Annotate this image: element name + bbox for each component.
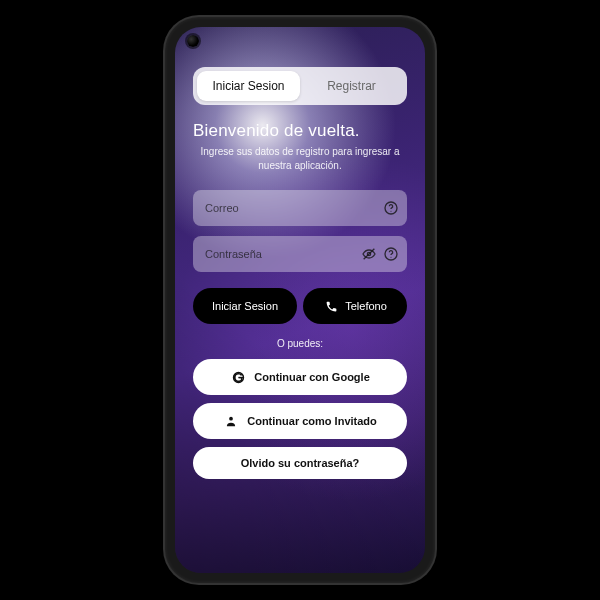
- tab-login[interactable]: Iniciar Sesion: [197, 71, 300, 101]
- phone-icon: [323, 298, 339, 314]
- forgot-button-label: Olvido su contraseña?: [241, 457, 360, 469]
- help-icon[interactable]: [383, 246, 399, 262]
- google-icon: G: [230, 369, 246, 385]
- welcome-subheading: Ingrese sus datos de registro para ingre…: [193, 145, 407, 172]
- email-trailing: [383, 200, 399, 216]
- login-button-label: Iniciar Sesion: [212, 300, 278, 312]
- front-camera: [187, 35, 199, 47]
- google-login-button[interactable]: G Continuar con Google: [193, 359, 407, 395]
- eye-off-icon[interactable]: [361, 246, 377, 262]
- svg-point-7: [229, 417, 233, 421]
- email-field-wrapper: [193, 190, 407, 226]
- auth-tabs: Iniciar Sesion Registrar: [193, 67, 407, 105]
- forgot-password-button[interactable]: Olvido su contraseña?: [193, 447, 407, 479]
- primary-button-row: Iniciar Sesion Telefono: [193, 288, 407, 324]
- svg-point-5: [390, 257, 391, 258]
- login-screen: Iniciar Sesion Registrar Bienvenido de v…: [175, 27, 425, 573]
- app-screen: Iniciar Sesion Registrar Bienvenido de v…: [175, 27, 425, 573]
- password-trailing: [361, 246, 399, 262]
- password-field-wrapper: [193, 236, 407, 272]
- tab-register[interactable]: Registrar: [300, 71, 403, 101]
- guest-button-label: Continuar como Invitado: [247, 415, 377, 427]
- guest-login-button[interactable]: Continuar como Invitado: [193, 403, 407, 439]
- svg-point-1: [390, 211, 391, 212]
- phone-frame: Iniciar Sesion Registrar Bienvenido de v…: [165, 17, 435, 583]
- help-icon[interactable]: [383, 200, 399, 216]
- login-button[interactable]: Iniciar Sesion: [193, 288, 297, 324]
- email-field[interactable]: [193, 190, 407, 226]
- phone-login-button[interactable]: Telefono: [303, 288, 407, 324]
- google-button-label: Continuar con Google: [254, 371, 370, 383]
- alternative-divider: O puedes:: [193, 338, 407, 349]
- welcome-heading: Bienvenido de vuelta.: [193, 121, 407, 141]
- person-icon: [223, 413, 239, 429]
- phone-button-label: Telefono: [345, 300, 387, 312]
